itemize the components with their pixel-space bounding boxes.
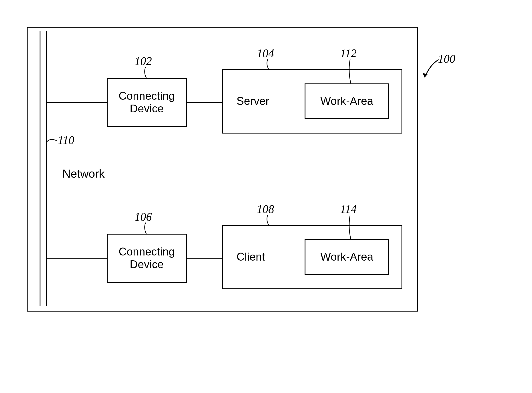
connecting-device-top: Connecting Device: [107, 78, 187, 127]
workarea-top-box: Work-Area: [305, 84, 389, 119]
connecting-device-bottom-text: Connecting Device: [119, 246, 175, 271]
network-line-right: [46, 31, 47, 306]
system-ref-arrow-icon: [421, 58, 441, 82]
workarea-bottom-text: Work-Area: [320, 251, 373, 264]
conn-dev-top-ref: 102: [134, 54, 152, 68]
diagram-canvas: Network 110 Connecting Device 102 Server…: [0, 0, 532, 393]
network-ref-tick: [46, 135, 59, 147]
server-ref: 104: [257, 47, 274, 60]
network-ref: 110: [58, 133, 74, 147]
workarea-bottom-box: Work-Area: [305, 239, 389, 275]
workarea-bottom-tick: [347, 215, 354, 240]
connector-net-to-conndev-bottom: [47, 258, 107, 259]
connecting-device-top-text: Connecting Device: [119, 90, 175, 115]
conn-dev-bottom-ref: 106: [134, 210, 152, 223]
workarea-top-tick: [347, 59, 354, 84]
network-line-left: [40, 31, 40, 306]
connector-net-to-conndev-top: [47, 102, 107, 103]
server-ref-tick: [264, 59, 271, 70]
client-ref: 108: [257, 202, 274, 216]
network-label: Network: [62, 167, 105, 180]
client-ref-tick: [264, 215, 271, 226]
client-text: Client: [237, 251, 265, 264]
conn-dev-top-tick: [142, 67, 149, 79]
conn-dev-bottom-tick: [142, 222, 149, 235]
server-text: Server: [237, 95, 269, 108]
connecting-device-bottom: Connecting Device: [107, 234, 187, 283]
connector-conndev-to-server: [187, 102, 222, 103]
workarea-bottom-ref: 114: [340, 202, 357, 216]
workarea-top-text: Work-Area: [320, 95, 373, 108]
connector-conndev-to-client: [187, 258, 222, 259]
workarea-top-ref: 112: [340, 47, 357, 60]
